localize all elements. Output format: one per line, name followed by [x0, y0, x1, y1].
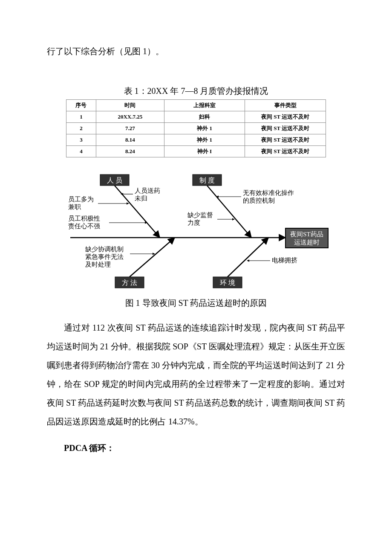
cat-people: 人 员 — [107, 177, 122, 184]
cell: 4 — [66, 146, 96, 157]
th-type: 事件类型 — [245, 100, 326, 111]
cause-method-1a: 缺少协调机制 — [85, 246, 124, 253]
cause-method-1b: 紧急事件无法 — [85, 253, 124, 260]
table-row: 3 8.14 神外 1 夜间 ST 运送不及时 — [66, 134, 326, 146]
cell: 7.27 — [96, 123, 164, 134]
cell: 8.14 — [96, 134, 164, 146]
table-row: 4 8.24 神外 I 夜间 ST 运送不及时 — [66, 146, 326, 157]
table-row: 1 20XX.7.25 妇科 夜间 ST 运送不及时 — [66, 111, 326, 123]
cell: 妇科 — [164, 111, 245, 123]
effect-line1: 夜间ST药品 — [290, 231, 323, 238]
cell: 8.24 — [96, 146, 164, 157]
cat-system: 制 度 — [199, 177, 215, 184]
effect-line2: 运送超时 — [294, 239, 320, 246]
cause-people-2b: 责任心不强 — [68, 223, 100, 230]
cause-system-2a: 缺少监督 — [187, 212, 213, 218]
th-dept: 上报科室 — [164, 100, 245, 111]
cause-env-1: 电梯拥挤 — [272, 257, 297, 264]
table-header-row: 序号 时间 上报科室 事件类型 — [66, 100, 326, 111]
report-table: 序号 时间 上报科室 事件类型 1 20XX.7.25 妇科 夜间 ST 运送不… — [66, 99, 326, 157]
cell: 夜间 ST 运送不及时 — [245, 146, 326, 157]
svg-line-12 — [130, 238, 175, 277]
cause-system-2b: 力度 — [187, 219, 200, 226]
intro-line: 行了以下综合分析（见图 1）。 — [47, 43, 345, 60]
cause-method-1c: 及时处理 — [85, 261, 111, 268]
cell: 夜间 ST 运送不及时 — [245, 123, 326, 134]
th-seq: 序号 — [66, 100, 96, 111]
cell: 神外 1 — [164, 123, 245, 134]
table-caption: 表 1：20XX 年 7—8 月质管办接报情况 — [47, 85, 345, 97]
table-row: 2 7.27 神外 1 夜间 ST 运送不及时 — [66, 123, 326, 134]
cause-system-1a: 无有效标准化操作 — [243, 189, 294, 196]
cause-people-1a: 员工多为 — [68, 196, 94, 203]
cat-environment: 环 境 — [220, 279, 235, 286]
th-time: 时间 — [96, 100, 164, 111]
cause-people-1b: 兼职 — [68, 203, 81, 210]
cause-people-2a: 员工积极性 — [68, 215, 100, 222]
pdca-heading: PDCA 循环： — [47, 439, 345, 457]
cell: 1 — [66, 111, 96, 123]
cell: 20XX.7.25 — [96, 111, 164, 123]
cause-people-3a: 人员送药 — [135, 187, 160, 194]
cell: 夜间 ST 运送不及时 — [245, 111, 326, 123]
cause-system-1b: 的质控机制 — [243, 197, 275, 204]
cell: 神外 1 — [164, 134, 245, 146]
diagram-caption: 图 1 导致夜间 ST 药品运送超时的原因 — [47, 297, 345, 309]
cell: 夜间 ST 运送不及时 — [245, 134, 326, 146]
fishbone-diagram: 夜间ST药品 运送超时 人 员 员工多为 兼职 员工积极性 责任心不强 人员送药… — [60, 169, 332, 293]
body-paragraph: 通过对 112 次夜间 ST 药品运送的连续追踪计时发现，院内夜间 ST 药品平… — [47, 318, 345, 431]
cat-method: 方 法 — [122, 279, 137, 286]
svg-line-15 — [228, 238, 268, 277]
cause-people-3b: 未归 — [135, 195, 147, 202]
cell: 3 — [66, 134, 96, 146]
cell: 2 — [66, 123, 96, 134]
cell: 神外 I — [164, 146, 245, 157]
